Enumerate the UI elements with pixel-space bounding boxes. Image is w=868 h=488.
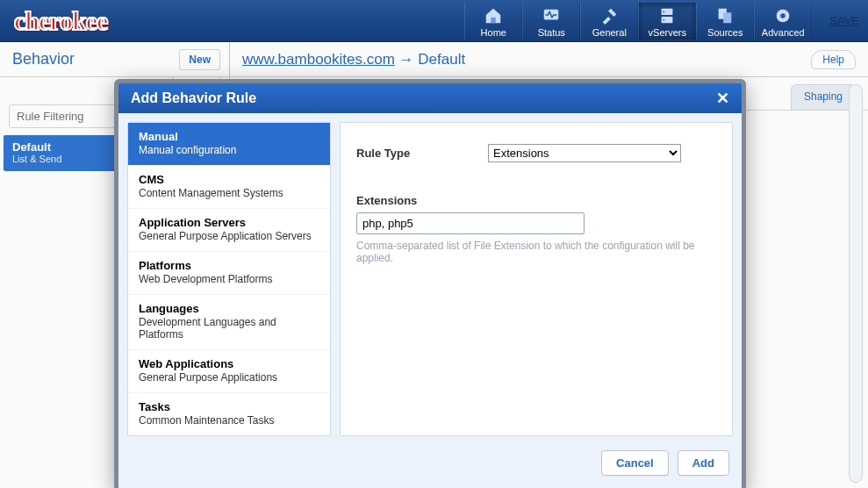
category-desc: Web Development Platforms [139, 273, 319, 285]
category-desc: Content Management Systems [139, 187, 319, 199]
category-name: Tasks [139, 400, 319, 413]
category-desc: Development Languages and Platforms [139, 316, 319, 341]
modal-titlebar: Add Behavior Rule ✕ [118, 83, 742, 113]
category-web-apps[interactable]: Web Applications General Purpose Applica… [128, 350, 330, 393]
rule-type-row: Rule Type Extensions [356, 144, 716, 162]
add-behavior-modal: Add Behavior Rule ✕ Manual Manual config… [114, 79, 746, 488]
extensions-label: Extensions [356, 194, 716, 207]
cancel-button[interactable]: Cancel [601, 450, 669, 476]
category-cms[interactable]: CMS Content Management Systems [128, 166, 330, 209]
rule-type-select[interactable]: Extensions [488, 144, 681, 162]
close-icon[interactable]: ✕ [716, 90, 729, 106]
category-desc: Manual configuration [139, 144, 319, 156]
category-name: Application Servers [139, 216, 319, 229]
category-desc: General Purpose Application Servers [139, 230, 319, 242]
category-app-servers[interactable]: Application Servers General Purpose Appl… [128, 209, 330, 252]
rule-type-label: Rule Type [356, 147, 488, 160]
category-name: Web Applications [139, 357, 319, 370]
category-languages[interactable]: Languages Development Languages and Plat… [128, 295, 330, 350]
modal-footer: Cancel Add [118, 445, 742, 488]
modal-body: Manual Manual configuration CMS Content … [118, 113, 742, 445]
extensions-input[interactable] [356, 212, 585, 234]
add-button[interactable]: Add [678, 450, 729, 476]
category-name: Languages [139, 302, 319, 315]
category-name: Platforms [139, 259, 319, 272]
form-panel: Rule Type Extensions Extensions Comma-se… [340, 122, 733, 436]
category-manual[interactable]: Manual Manual configuration [128, 123, 330, 166]
category-panel: Manual Manual configuration CMS Content … [127, 122, 331, 436]
category-desc: General Purpose Applications [139, 371, 319, 384]
extensions-hint: Comma-separated list of File Extension t… [356, 240, 716, 264]
modal-title-text: Add Behavior Rule [131, 90, 256, 106]
category-name: CMS [139, 173, 319, 186]
category-desc: Common Maintenance Tasks [139, 414, 319, 427]
category-platforms[interactable]: Platforms Web Development Platforms [128, 252, 330, 295]
extensions-block: Extensions Comma-separated list of File … [356, 194, 716, 264]
category-tasks[interactable]: Tasks Common Maintenance Tasks [128, 393, 330, 435]
category-name: Manual [139, 130, 319, 143]
